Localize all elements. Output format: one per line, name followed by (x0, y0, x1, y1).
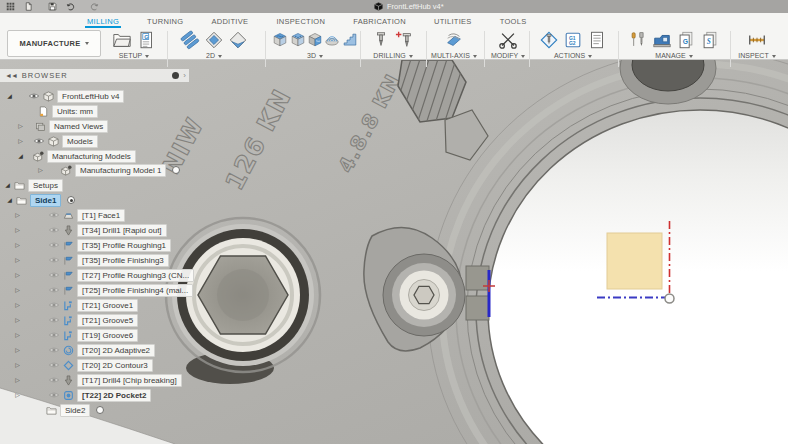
tree-row-op-2d-adaptive2[interactable]: ▷[T20] 2D Adaptive2 (0, 344, 155, 356)
expand-triangle-icon[interactable]: ▷ (14, 389, 21, 401)
tree-row-side1[interactable]: ◢Side1 (0, 194, 75, 206)
pocket-3d-icon[interactable] (289, 29, 305, 51)
machine-library-icon[interactable] (651, 29, 673, 51)
tree-item-label[interactable]: [T1] Face1 (77, 209, 125, 222)
ribbon-group-multi-axis-label[interactable]: MULTI-AXIS (428, 52, 480, 60)
setup-sheet-icon[interactable] (586, 29, 608, 51)
template-library-icon[interactable] (699, 29, 721, 51)
tab-fabrication[interactable]: FABRICATION (351, 17, 408, 28)
expand-triangle-icon[interactable]: ◢ (6, 90, 13, 102)
setup-radio[interactable] (96, 406, 104, 414)
undo-button[interactable] (66, 2, 81, 11)
expand-triangle-icon[interactable]: ▷ (14, 239, 21, 251)
tree-item-label[interactable]: [T21] Groove1 (77, 299, 138, 312)
expand-triangle-icon[interactable]: ▷ (14, 374, 21, 386)
pocket-2d-icon[interactable] (203, 29, 225, 51)
tree-row-op-drill4[interactable]: ▷[T17] Drill4 [Chip breaking] (0, 374, 182, 386)
tree-item-label[interactable]: Units: mm (52, 105, 98, 118)
tree-item-label[interactable]: [T17] Drill4 [Chip breaking] (77, 374, 182, 387)
tool-library-icon[interactable] (627, 29, 649, 51)
visibility-eye-icon[interactable] (48, 226, 60, 234)
tree-row-op-2d-contour3[interactable]: ▷[T20] 2D Contour3 (0, 359, 153, 371)
tree-row-op-profile-finishing3[interactable]: ▷[T35] Profile Finishing3 (0, 254, 169, 266)
tree-item-label[interactable]: [T35] Profile Roughing1 (77, 239, 171, 252)
post-process-icon[interactable] (562, 29, 584, 51)
expand-triangle-icon[interactable]: ▷ (17, 135, 24, 147)
tree-row-op-profile-roughing1[interactable]: ▷[T35] Profile Roughing1 (0, 239, 171, 251)
tree-row-manufacturing-model-1[interactable]: ▷Manufacturing Model 1 (0, 164, 180, 176)
selected-contour-edge[interactable] (488, 270, 491, 317)
document-tab[interactable]: FrontLeftHub v4* (374, 0, 444, 13)
redo-button[interactable] (90, 2, 105, 11)
tree-row-op-groove1[interactable]: ▷[T21] Groove1 (0, 299, 138, 311)
tab-inspection[interactable]: INSPECTION (274, 17, 327, 28)
tab-utilities[interactable]: UTILITIES (432, 17, 474, 28)
tree-item-label[interactable]: Side2 (60, 404, 90, 417)
adaptive-2d-icon[interactable] (179, 29, 201, 51)
file-menu-button[interactable] (24, 2, 39, 11)
visibility-eye-icon[interactable] (48, 316, 60, 324)
post-library-icon[interactable] (675, 29, 697, 51)
tree-item-label[interactable]: Manufacturing Models (47, 150, 136, 163)
tree-item-label[interactable]: Models (62, 135, 98, 148)
tree-row-frontlefthub[interactable]: ◢FrontLeftHub v4 (0, 90, 124, 102)
setup-folder-icon[interactable] (111, 29, 133, 51)
expand-triangle-icon[interactable]: ▷ (14, 329, 21, 341)
tree-item-label[interactable]: [T27] Profile Roughing3 (CN... (77, 269, 194, 282)
face-2d-icon[interactable] (227, 29, 249, 51)
ribbon-group-modify-label[interactable]: MODIFY (488, 52, 528, 60)
expand-triangle-icon[interactable]: ▷ (17, 120, 24, 132)
expand-triangle-icon[interactable]: ▷ (14, 254, 21, 266)
expand-triangle-icon[interactable]: ▷ (14, 269, 21, 281)
tree-item-label[interactable]: [T20] 2D Contour3 (77, 359, 153, 372)
multi-axis-icon[interactable] (443, 29, 465, 51)
visibility-eye-icon[interactable] (48, 361, 60, 369)
visibility-eye-icon[interactable] (48, 211, 60, 219)
scissors-icon[interactable] (497, 29, 519, 51)
browser-header[interactable]: ◄◄ BROWSER › (0, 69, 189, 82)
expand-triangle-icon[interactable]: ▷ (37, 164, 44, 176)
tree-row-manufacturing-models[interactable]: ◢Manufacturing Models (0, 150, 136, 162)
tab-turning[interactable]: TURNING (145, 17, 185, 28)
gcode-document-icon[interactable] (135, 29, 157, 51)
expand-triangle-icon[interactable]: ▷ (14, 299, 21, 311)
visibility-eye-icon[interactable] (48, 391, 60, 399)
save-button[interactable] (48, 2, 57, 11)
tree-item-label[interactable]: [T19] Groove6 (77, 329, 138, 342)
visibility-eye-icon[interactable] (48, 241, 60, 249)
visibility-eye-icon[interactable] (48, 301, 60, 309)
visibility-eye-icon[interactable] (48, 271, 60, 279)
tree-item-label[interactable]: Setups (28, 179, 63, 192)
drill-icon[interactable] (370, 29, 392, 51)
ribbon-group-drilling-label[interactable]: DRILLING (364, 52, 422, 60)
tree-row-op-2d-pocket2[interactable]: ▷[T22] 2D Pocket2 (0, 389, 151, 401)
expand-triangle-icon[interactable]: ▷ (14, 224, 21, 236)
visibility-eye-icon[interactable] (28, 92, 40, 100)
tree-item-label[interactable]: [T20] 2D Adaptive2 (77, 344, 155, 357)
app-grid-icon[interactable] (6, 2, 15, 11)
drill-new-icon[interactable] (394, 29, 416, 51)
compare-radio[interactable] (172, 166, 180, 174)
ribbon-group-2d-label[interactable]: 2D (172, 52, 256, 60)
steep-shallow-icon[interactable] (307, 29, 323, 51)
adaptive-3d-icon[interactable] (272, 29, 288, 51)
expand-triangle-icon[interactable]: ▷ (14, 314, 21, 326)
visibility-eye-icon[interactable] (48, 346, 60, 354)
tree-item-label[interactable]: FrontLeftHub v4 (57, 90, 124, 103)
tree-row-op-drill1[interactable]: ▷[T34] Drill1 [Rapid out] (0, 224, 167, 236)
simulate-icon[interactable] (538, 29, 560, 51)
collapse-panel-icon[interactable]: ◄◄ (5, 72, 17, 79)
tab-tools[interactable]: TOOLS (498, 17, 529, 28)
expand-triangle-icon[interactable]: ▷ (14, 209, 21, 221)
tree-item-label[interactable]: [T34] Drill1 [Rapid out] (77, 224, 167, 237)
visibility-eye-icon[interactable] (48, 286, 60, 294)
ribbon-group-3d-label[interactable]: 3D (272, 52, 358, 60)
visibility-eye-icon[interactable] (48, 256, 60, 264)
tree-row-models[interactable]: ▷Models (0, 135, 98, 147)
tree-row-op-profile-roughing3[interactable]: ▷[T27] Profile Roughing3 (CN... (0, 269, 194, 281)
expand-triangle-icon[interactable]: ◢ (4, 179, 11, 191)
tree-item-label[interactable]: Manufacturing Model 1 (75, 164, 166, 177)
tree-row-setups[interactable]: ◢Setups (0, 179, 63, 191)
tree-row-op-face1[interactable]: ▷[T1] Face1 (0, 209, 125, 221)
tree-item-label[interactable]: [T25] Profile Finishing4 (mai... (77, 284, 193, 297)
